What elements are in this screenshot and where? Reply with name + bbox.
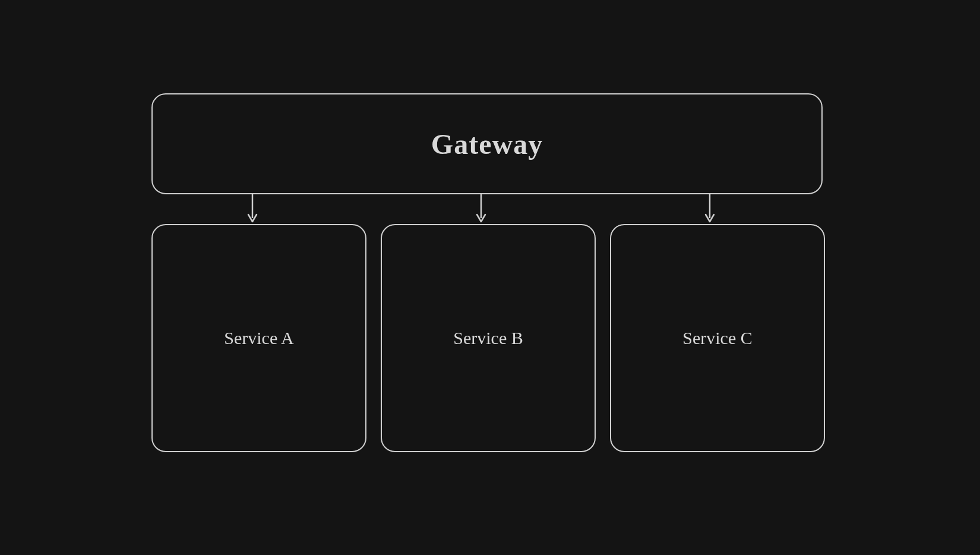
arrow-to-service-c: [701, 193, 719, 226]
architecture-diagram: Gateway Service A Service B Service C: [151, 93, 829, 462]
service-c-box: Service C: [610, 224, 825, 452]
service-a-box: Service A: [151, 224, 366, 452]
arrow-to-service-b: [472, 193, 490, 226]
arrow-to-service-a: [244, 193, 261, 226]
gateway-label: Gateway: [431, 128, 543, 160]
service-b-label: Service B: [453, 328, 523, 348]
service-b-box: Service B: [381, 224, 596, 452]
gateway-box: Gateway: [151, 93, 823, 194]
service-a-label: Service A: [224, 328, 293, 348]
service-c-label: Service C: [682, 328, 752, 348]
